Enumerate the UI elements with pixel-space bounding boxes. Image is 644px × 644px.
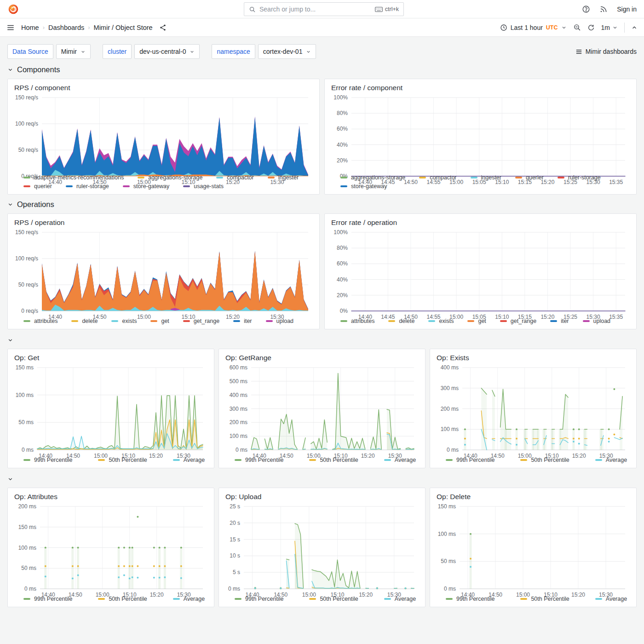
- svg-text:150 ms: 150 ms: [18, 524, 36, 530]
- panel-title[interactable]: RPS / component: [12, 83, 314, 94]
- legend-item[interactable]: 99th Percentile: [446, 457, 494, 463]
- legend-label: 50th Percentile: [320, 596, 358, 602]
- rss-news-icon[interactable]: [599, 5, 608, 13]
- share-icon[interactable]: [159, 24, 167, 31]
- sign-in-button[interactable]: Sign in: [617, 6, 637, 13]
- legend-item[interactable]: get_range: [500, 318, 536, 324]
- legend-swatch-icon: [23, 177, 30, 178]
- legend-item[interactable]: ingester: [471, 174, 501, 181]
- legend-swatch-icon: [309, 459, 316, 461]
- namespace-dropdown[interactable]: cortex-dev-01: [258, 44, 316, 59]
- legend-item[interactable]: 50th Percentile: [520, 596, 569, 602]
- legend-item[interactable]: upload: [583, 318, 611, 324]
- help-icon[interactable]: [582, 5, 590, 13]
- legend-item[interactable]: ingester: [268, 174, 299, 181]
- chevron-down-icon: [190, 49, 195, 54]
- legend-item[interactable]: store-gateway: [340, 183, 387, 190]
- legend-item[interactable]: 50th Percentile: [309, 457, 358, 463]
- svg-text:40%: 40%: [337, 142, 348, 148]
- cluster-dropdown[interactable]: dev-us-central-0: [134, 44, 200, 59]
- legend-item[interactable]: delete: [71, 318, 98, 324]
- chart-legend: 99th Percentile50th PercentileAverage: [435, 592, 631, 603]
- legend-item[interactable]: attributes: [340, 318, 374, 324]
- section-components-toggle[interactable]: Components: [7, 65, 637, 74]
- legend-item[interactable]: 99th Percentile: [235, 457, 283, 463]
- legend-swatch-icon: [233, 320, 240, 322]
- datasource-dropdown[interactable]: Mimir: [56, 44, 91, 59]
- panel-title[interactable]: Op: Attributes: [12, 492, 208, 503]
- cluster-label[interactable]: cluster: [103, 44, 132, 59]
- legend-item[interactable]: aggregations-storage: [138, 174, 202, 181]
- legend-label: ruler-storage: [568, 174, 601, 181]
- legend-item[interactable]: 99th Percentile: [23, 596, 72, 602]
- legend-item[interactable]: exists: [428, 318, 454, 324]
- collapsed-section-toggle[interactable]: [7, 474, 637, 484]
- legend-item[interactable]: iter: [233, 318, 252, 324]
- legend-item[interactable]: attributes: [23, 318, 58, 324]
- panel-title[interactable]: Error rate / operation: [329, 218, 631, 229]
- legend-item[interactable]: store-gateway: [123, 183, 170, 190]
- keyboard-icon: [375, 6, 383, 12]
- refresh-button[interactable]: [587, 24, 595, 31]
- legend-item[interactable]: ruler-storage: [66, 183, 109, 190]
- panel-title[interactable]: Op: GetRange: [224, 353, 420, 364]
- svg-text:150 ms: 150 ms: [438, 503, 456, 510]
- chart-legend: 99th Percentile50th PercentileAverage: [224, 592, 420, 603]
- legend-item[interactable]: iter: [550, 318, 569, 324]
- legend-item[interactable]: 50th Percentile: [98, 457, 147, 463]
- search-input[interactable]: Search or jump to... ctrl+k: [244, 2, 404, 16]
- legend-item[interactable]: get: [467, 318, 486, 324]
- legend-item[interactable]: ruler-storage: [558, 174, 601, 181]
- collapse-toolbar-button[interactable]: [631, 24, 638, 31]
- panel-title[interactable]: RPS / operation: [12, 218, 314, 229]
- legend-item[interactable]: 99th Percentile: [446, 596, 494, 602]
- legend-swatch-icon: [266, 320, 273, 322]
- breadcrumb-home[interactable]: Home: [21, 24, 39, 31]
- legend-item[interactable]: Average: [595, 596, 627, 602]
- panel-title[interactable]: Op: Get: [12, 353, 208, 364]
- legend-item[interactable]: upload: [266, 318, 294, 324]
- legend-item[interactable]: 50th Percentile: [309, 596, 358, 602]
- collapsed-section-toggle[interactable]: [7, 335, 637, 345]
- legend-item[interactable]: usage-stats: [183, 183, 224, 190]
- legend-item[interactable]: 99th Percentile: [235, 596, 283, 602]
- refresh-interval-dropdown[interactable]: 1m: [601, 24, 618, 31]
- legend-item[interactable]: 99th Percentile: [23, 457, 72, 463]
- time-range-picker[interactable]: Last 1 hour UTC: [500, 24, 567, 31]
- legend-item[interactable]: adaptive-metrics-recommendations: [23, 174, 124, 181]
- legend-item[interactable]: delete: [388, 318, 414, 324]
- zoom-out-button[interactable]: [573, 23, 581, 31]
- grafana-logo-icon[interactable]: [7, 3, 19, 15]
- legend-item[interactable]: Average: [384, 596, 416, 602]
- legend-item[interactable]: Average: [384, 457, 416, 463]
- panel-title[interactable]: Op: Delete: [435, 492, 631, 503]
- panel-title[interactable]: Op: Upload: [224, 492, 420, 503]
- legend-swatch-icon: [235, 598, 242, 600]
- legend-item[interactable]: compactor: [419, 174, 456, 181]
- mimir-dashboards-button[interactable]: Mimir dashboards: [575, 48, 637, 55]
- legend-item[interactable]: Average: [595, 457, 627, 463]
- svg-text:0 ms: 0 ms: [228, 586, 240, 592]
- section-operations-toggle[interactable]: Operations: [7, 200, 637, 209]
- legend-item[interactable]: 50th Percentile: [98, 596, 147, 602]
- legend-item[interactable]: querier: [515, 174, 544, 181]
- legend-item[interactable]: 50th Percentile: [520, 457, 569, 463]
- legend-item[interactable]: Average: [173, 596, 205, 602]
- panel-title[interactable]: Op: Exists: [435, 353, 631, 364]
- hamburger-menu-icon[interactable]: [6, 23, 15, 32]
- svg-text:100 ms: 100 ms: [230, 433, 247, 439]
- legend-item[interactable]: exists: [111, 318, 137, 324]
- panel-title[interactable]: Error rate / component: [329, 83, 631, 94]
- datasource-label[interactable]: Data Source: [7, 44, 53, 59]
- legend-label: aggregations-storage: [351, 174, 405, 181]
- legend-item[interactable]: get: [150, 318, 169, 324]
- namespace-label[interactable]: namespace: [212, 44, 255, 59]
- breadcrumb-dashboards[interactable]: Dashboards: [48, 24, 84, 31]
- legend-item[interactable]: aggregations-storage: [340, 174, 405, 181]
- legend-item[interactable]: compactor: [216, 174, 253, 181]
- svg-text:100 ms: 100 ms: [16, 392, 34, 398]
- legend-item[interactable]: querier: [23, 183, 52, 190]
- legend-item[interactable]: get_range: [183, 318, 219, 324]
- legend-item[interactable]: Average: [173, 457, 205, 463]
- legend-swatch-icon: [340, 185, 347, 187]
